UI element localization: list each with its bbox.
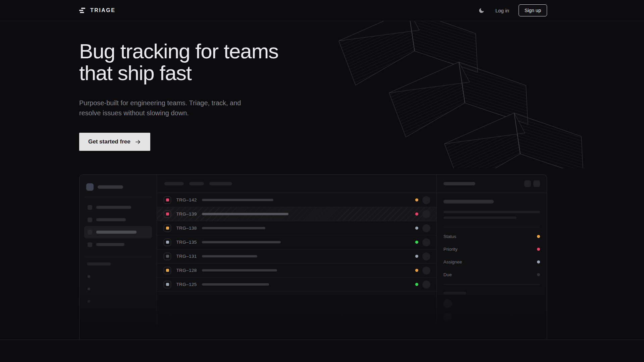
skeleton-bar: [98, 185, 123, 189]
sidebar-item: [84, 201, 152, 214]
field-value-dot: [537, 248, 540, 251]
field-label: Assignee: [443, 259, 462, 264]
issue-type-icon: [164, 225, 171, 232]
issue-title-bar: [202, 241, 281, 243]
get-started-button[interactable]: Get started free: [79, 133, 150, 151]
app-mockup: TRG–142 TRG–139 TRG–138 TRG–135 TRG–131: [79, 174, 547, 340]
issue-type-icon: [164, 267, 171, 274]
issue-status-dot: [415, 227, 418, 230]
issue-avatar: [422, 252, 430, 260]
issue-status-dot: [415, 198, 418, 201]
detail-fields: Status Priority Assignee Due: [443, 230, 540, 281]
issue-title-bar: [202, 283, 269, 286]
skeleton-tab: [189, 182, 204, 185]
issue-type-icon: [164, 253, 171, 260]
issue-title-bar: [202, 199, 273, 201]
nav-icon-placeholder: [88, 218, 92, 222]
sidebar-item: [84, 238, 152, 251]
detail-body: Status Priority Assignee Due: [437, 193, 547, 321]
skeleton-line: [443, 211, 540, 213]
workspace-icon: [86, 183, 94, 191]
issue-id: TRG–135: [176, 240, 198, 245]
hero-subtitle-line1: Purpose-built for engineering teams. Tri…: [79, 98, 247, 108]
field-label: Status: [443, 234, 456, 239]
issue-row: TRG–131: [157, 249, 436, 263]
workspace-row: [84, 183, 152, 191]
top-nav: TRIAGE Log in Sign up: [0, 0, 644, 21]
get-started-label: Get started free: [88, 138, 130, 145]
skeleton-bar: [443, 182, 475, 185]
moon-icon: [478, 7, 485, 14]
issue-status-dot: [415, 283, 418, 286]
field-label: Due: [443, 272, 452, 277]
detail-action-placeholder: [533, 180, 540, 187]
issue-title-bar: [202, 213, 288, 215]
detail-field-row: Due: [443, 268, 540, 281]
issue-status-dot: [415, 213, 418, 216]
arrow-right-icon: [135, 139, 141, 145]
detail-header: [437, 175, 547, 193]
issue-detail-panel: Status Priority Assignee Due: [437, 175, 547, 340]
divider: [443, 227, 540, 227]
field-value-dot: [537, 260, 540, 263]
skeleton-bar: [443, 292, 466, 295]
issue-id: TRG–125: [176, 282, 198, 287]
issue-type-icon: [164, 281, 171, 288]
issue-avatar: [422, 238, 430, 246]
detail-header-actions: [524, 180, 540, 187]
issue-row: TRG–128: [157, 263, 436, 278]
issue-id: TRG–142: [176, 197, 198, 202]
issue-status-dot: [415, 255, 418, 258]
detail-action-placeholder: [524, 180, 531, 187]
skeleton-bar: [96, 243, 124, 246]
hero-title-line1: Bug tracking for teams: [79, 40, 278, 62]
issue-id: TRG–131: [176, 254, 198, 259]
skeleton-bar: [96, 218, 126, 221]
theme-toggle-button[interactable]: [477, 6, 486, 15]
brand: TRIAGE: [79, 7, 115, 13]
login-link[interactable]: Log in: [495, 8, 509, 13]
mockup-sidebar: [79, 175, 157, 340]
issue-avatar: [422, 224, 430, 232]
detail-field-row: Priority: [443, 243, 540, 255]
issue-list-panel: TRG–142 TRG–139 TRG–138 TRG–135 TRG–131: [157, 175, 437, 340]
field-value-dot: [537, 273, 540, 276]
sidebar-dot: [88, 300, 90, 303]
issue-status-dot: [415, 241, 418, 244]
comment-avatar-placeholder: [443, 313, 452, 321]
sidebar-dot: [88, 275, 90, 278]
divider: [443, 284, 540, 285]
issue-id: TRG–128: [176, 268, 198, 273]
issue-row: TRG–125: [157, 278, 436, 292]
issue-title-bar: [202, 227, 265, 229]
field-label: Priority: [443, 247, 458, 252]
hero-title: Bug tracking for teams that ship fast: [79, 40, 278, 84]
issue-list-header: [157, 175, 436, 193]
wireframe-planes-art: [330, 19, 592, 168]
sidebar-item: [84, 214, 152, 226]
issue-row: TRG–138: [157, 221, 436, 235]
issue-avatar: [422, 281, 430, 289]
issue-title-bar: [202, 255, 257, 257]
skeleton-tab: [209, 182, 232, 185]
nav-icon-placeholder: [88, 205, 92, 210]
brand-name: TRIAGE: [90, 7, 115, 13]
hero-subtitle-line2: resolve issues without slowing down.: [79, 108, 247, 118]
issue-avatar: [422, 210, 430, 218]
hero-title-line2: that ship fast: [79, 62, 278, 84]
skeleton-bar: [96, 231, 137, 234]
issue-id: TRG–138: [176, 226, 198, 231]
issue-type-icon: [164, 239, 171, 246]
sidebar-item-active: [84, 226, 152, 238]
divider: [85, 257, 151, 257]
field-value-dot: [537, 235, 540, 238]
triage-logo-icon: [79, 8, 86, 13]
issue-id: TRG–139: [176, 212, 198, 217]
issue-row: TRG–142: [157, 193, 436, 207]
sidebar-dot: [88, 288, 90, 290]
issue-row: TRG–135: [157, 235, 436, 249]
signup-button[interactable]: Sign up: [519, 4, 547, 16]
nav-right: Log in Sign up: [477, 4, 547, 16]
detail-field-row: Status: [443, 230, 540, 243]
issue-avatar: [422, 266, 430, 275]
